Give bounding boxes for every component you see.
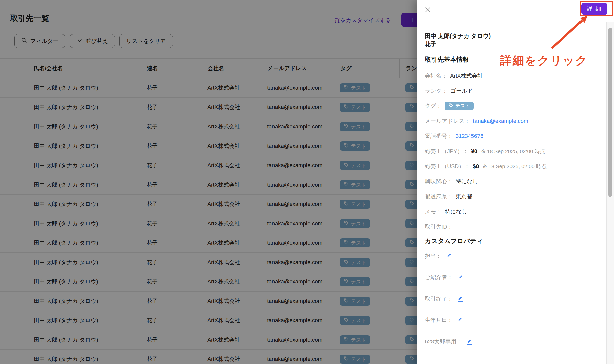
client-name: 田中 太郎(タナカ タロウ) 花子 bbox=[425, 32, 606, 48]
field-memo: メモ： 特になし bbox=[425, 204, 606, 219]
basic-fields: 会社名： ArtX株式会社 ランク： ゴールド タグ： テスト bbox=[425, 68, 606, 234]
section-custom-properties: カスタムプロパティ bbox=[425, 237, 606, 245]
custom-field-628taro: 628太郎専用： bbox=[425, 331, 606, 352]
field-company: 会社名： ArtX株式会社 bbox=[425, 68, 606, 83]
panel-scrollbar[interactable] bbox=[606, 22, 614, 364]
tag-pill: テスト bbox=[445, 102, 474, 110]
annotation-text: 詳細をクリック bbox=[500, 53, 588, 68]
scrollbar-thumb[interactable] bbox=[608, 28, 612, 197]
custom-field-deal-end: 取引終了： bbox=[425, 288, 606, 309]
panel-header: 詳 細 bbox=[417, 0, 614, 22]
edit-icon[interactable] bbox=[458, 317, 463, 323]
field-email: メールアドレス： tanaka@example.com bbox=[425, 114, 606, 129]
edit-icon[interactable] bbox=[467, 339, 472, 345]
phone-link[interactable]: 312345678 bbox=[456, 133, 483, 139]
custom-field-birthday: 生年月日： bbox=[425, 309, 606, 331]
custom-field-referrer: ご紹介者： bbox=[425, 267, 606, 288]
edit-icon[interactable] bbox=[447, 253, 452, 259]
field-interests: 興味関心： 特になし bbox=[425, 174, 606, 189]
field-client-id: 取引先ID： bbox=[425, 219, 606, 234]
edit-icon[interactable] bbox=[458, 274, 463, 280]
field-sales-usd: 総売上（USD）： $0 ※ 18 Sep 2025, 02:00 時点 bbox=[425, 159, 606, 174]
edit-icon[interactable] bbox=[458, 296, 463, 302]
custom-field-assignee: 担当： bbox=[425, 245, 606, 267]
field-prefecture: 都道府県： 東京都 bbox=[425, 189, 606, 204]
panel-body: 田中 太郎(タナカ タロウ) 花子 取引先基本情報 会社名： ArtX株式会社 … bbox=[417, 32, 614, 352]
tag-icon bbox=[449, 103, 453, 109]
email-link[interactable]: tanaka@example.com bbox=[473, 118, 528, 124]
detail-button[interactable]: 詳 細 bbox=[581, 3, 607, 15]
field-rank: ランク： ゴールド bbox=[425, 83, 606, 98]
field-phone: 電話番号： 312345678 bbox=[425, 129, 606, 144]
close-icon[interactable] bbox=[424, 7, 431, 13]
custom-fields: 担当： ご紹介者： 取引終了： bbox=[425, 245, 606, 352]
field-sales-jpy: 総売上（JPY）： ¥0 ※ 18 Sep 2025, 02:00 時点 bbox=[425, 144, 606, 159]
field-tag: タグ： テスト bbox=[425, 98, 606, 114]
